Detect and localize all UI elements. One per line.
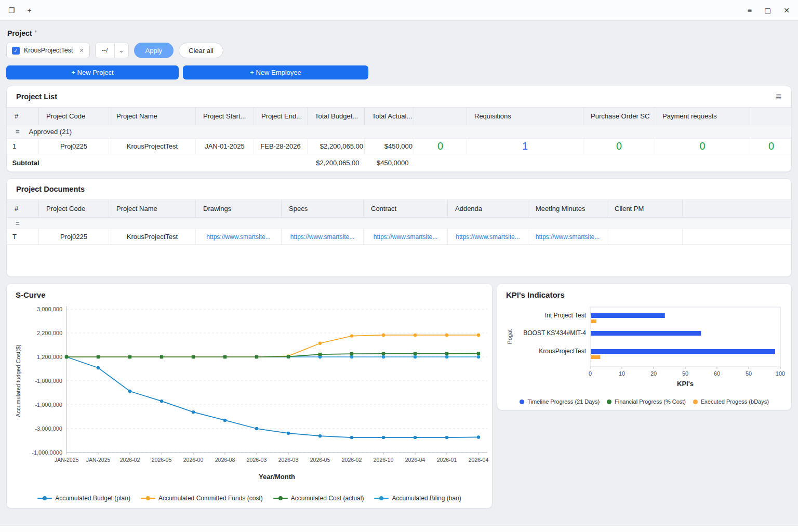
required-asterisk: * [34, 29, 37, 36]
doc-col-client-pm[interactable]: Client PM [607, 200, 683, 218]
group-collapse-icon[interactable]: = [16, 128, 20, 136]
svg-text:KrousProjectTest: KrousProjectTest [539, 348, 586, 355]
svg-text:BOOST KS'434#MIT-4: BOOST KS'434#MIT-4 [523, 329, 586, 337]
clear-all-button[interactable]: Clear all [179, 43, 223, 58]
svg-text:-1,000,000: -1,000,000 [35, 378, 62, 384]
purchase-order-sc-count[interactable]: 0 [583, 139, 655, 154]
meeting-minutes-link[interactable]: https://www.smartsite... [536, 233, 600, 241]
svg-text:100: 100 [776, 370, 785, 377]
metric-count-a[interactable]: 0 [414, 139, 467, 154]
col-blank-1[interactable] [414, 108, 467, 125]
menu-icon[interactable]: ≡ [748, 7, 752, 14]
legend-item[interactable]: Executed Progess (bDays) [693, 398, 769, 405]
legend-line-marker-icon [37, 498, 52, 499]
close-icon[interactable]: ✕ [783, 7, 790, 14]
project-list-card: Project List ≣ # Project Code Project Na… [6, 86, 792, 172]
project-start-cell: JAN-01-2025 [196, 139, 254, 154]
legend-label: Financial Progress (% Cost) [615, 398, 686, 405]
col-project-name[interactable]: Project Name [109, 108, 196, 125]
payment-requests-count[interactable]: 0 [655, 139, 750, 154]
legend-label: Accumulated Cost (actual) [291, 495, 364, 502]
legend-item[interactable]: Accumulated Biling (ban) [374, 495, 461, 502]
col-project-start[interactable]: Project Start... [196, 108, 254, 125]
legend-label: Accumulated Budget (plan) [55, 495, 130, 502]
doc-col-contract[interactable]: Contract [364, 200, 448, 218]
group-row-approved[interactable]: =Approved (21) [7, 125, 792, 139]
date-value[interactable]: --/ [96, 43, 115, 58]
metric-count-b[interactable]: 0 [750, 139, 792, 154]
legend-item[interactable]: Accumulated Budget (plan) [37, 495, 130, 502]
legend-line-marker-icon [141, 498, 155, 499]
list-view-icon[interactable]: ≣ [775, 92, 782, 101]
col-requisitions[interactable]: Requisitions [467, 108, 583, 125]
chevron-down-icon[interactable]: ⌄ [115, 47, 128, 54]
doc-col-meeting-minutes[interactable]: Meeting Minutes [528, 200, 607, 218]
documents-header-row: # Project Code Project Name Drawings Spe… [7, 200, 792, 218]
legend-item[interactable]: Timeline Progress (21 Days) [520, 398, 600, 405]
svg-text:Accumulated tudged Cost($): Accumulated tudged Cost($) [15, 344, 21, 417]
restore-window-icon[interactable]: ❐ [8, 7, 15, 14]
legend-line-marker-icon [374, 498, 389, 499]
doc-col-specs[interactable]: Specs [282, 200, 364, 218]
filter-equals-icon[interactable]: = [16, 219, 20, 227]
legend-item[interactable]: Accumulated Cost (actual) [273, 495, 364, 502]
drawings-link[interactable]: https://www.smartsite... [206, 233, 270, 241]
project-multiselect[interactable]: ✓ KrousProjectTest ✕ [6, 43, 90, 58]
col-purchase-order-sc[interactable]: Purchase Order SC [583, 108, 655, 125]
addenda-link[interactable]: https://www.smartsite... [456, 233, 520, 241]
col-total-actual[interactable]: Total Actual... [365, 108, 414, 125]
doc-col-addenda[interactable]: Addenda [448, 200, 528, 218]
svg-text:20: 20 [650, 370, 657, 377]
selected-project-tag: KrousProjectTest [24, 47, 73, 54]
apply-button[interactable]: Apply [134, 43, 174, 58]
contract-link[interactable]: https://www.smartsite... [374, 233, 437, 241]
new-project-button[interactable]: + New Project [6, 65, 179, 79]
doc-col-project-name[interactable]: Project Name [109, 200, 196, 218]
col-total-budget[interactable]: Total Budget... [308, 108, 365, 125]
svg-text:JAN-2025: JAN-2025 [55, 457, 79, 463]
subtotal-label: Subtotal [7, 154, 308, 172]
date-select[interactable]: --/ ⌄ [95, 43, 129, 58]
svg-text:2026-03: 2026-03 [247, 457, 267, 463]
doc-col-project-code[interactable]: Project Code [39, 200, 109, 218]
specs-link[interactable]: https://www.smartsite... [290, 233, 354, 241]
svg-text:2026-02: 2026-02 [120, 457, 140, 463]
bottom-scrollbar-track[interactable] [0, 525, 798, 532]
action-buttons: + New Project + New Employee [6, 65, 792, 79]
project-documents-title: Project Documents [16, 185, 85, 193]
svg-text:2026-05: 2026-05 [152, 457, 172, 463]
doc-col-num[interactable]: # [7, 200, 39, 218]
col-project-end[interactable]: Project End... [254, 108, 308, 125]
project-filter-label: Project * [7, 29, 791, 37]
remove-tag-icon[interactable]: ✕ [79, 47, 84, 54]
window-titlebar: ❐ + ≡ ▢ ✕ [0, 0, 798, 21]
checkbox-checked-icon[interactable]: ✓ [12, 47, 20, 55]
new-employee-button[interactable]: + New Employee [183, 65, 368, 79]
kpi-plot: 01020506050100Int Project TestBOOST KS'4… [497, 284, 792, 390]
svg-text:JAN-2025: JAN-2025 [86, 457, 111, 463]
table-row[interactable]: T Proj0225 KrousProjectTest https://www.… [7, 229, 792, 245]
col-payment-requests[interactable]: Payment requests [655, 108, 750, 125]
col-project-code[interactable]: Project Code [39, 108, 109, 125]
requisitions-count[interactable]: 1 [467, 139, 583, 154]
svg-text:2026-05: 2026-05 [310, 457, 330, 463]
table-row[interactable]: 1 Proj0225 KrousProjectTest JAN-01-2025 … [7, 139, 792, 154]
doc-blank-cell [683, 229, 792, 245]
svg-text:60: 60 [714, 370, 720, 377]
legend-item[interactable]: Financial Progress (% Cost) [607, 398, 686, 405]
project-documents-card: Project Documents # Project Code Project… [6, 178, 792, 277]
legend-item[interactable]: Accumulated Committed Funds (cost) [141, 495, 263, 502]
col-blank-2[interactable] [750, 108, 792, 125]
project-end-cell: FEB-28-2026 [254, 139, 308, 154]
scurve-plot: 3,000,0002,200,0001,200,000-1,000,000-1,… [7, 284, 493, 486]
new-tab-icon[interactable]: + [28, 7, 32, 14]
doc-col-drawings[interactable]: Drawings [196, 200, 282, 218]
col-num[interactable]: # [7, 108, 39, 125]
svg-text:2026-03: 2026-03 [278, 457, 299, 463]
kpi-card: KPI's Indicators 01020506050100Int Proje… [497, 283, 792, 410]
doc-col-blank[interactable] [683, 200, 792, 218]
svg-text:Pogat: Pogat [507, 329, 513, 344]
maximize-icon[interactable]: ▢ [764, 7, 771, 14]
legend-label: Executed Progess (bDays) [701, 398, 769, 405]
documents-filter-row[interactable]: = [7, 218, 792, 229]
